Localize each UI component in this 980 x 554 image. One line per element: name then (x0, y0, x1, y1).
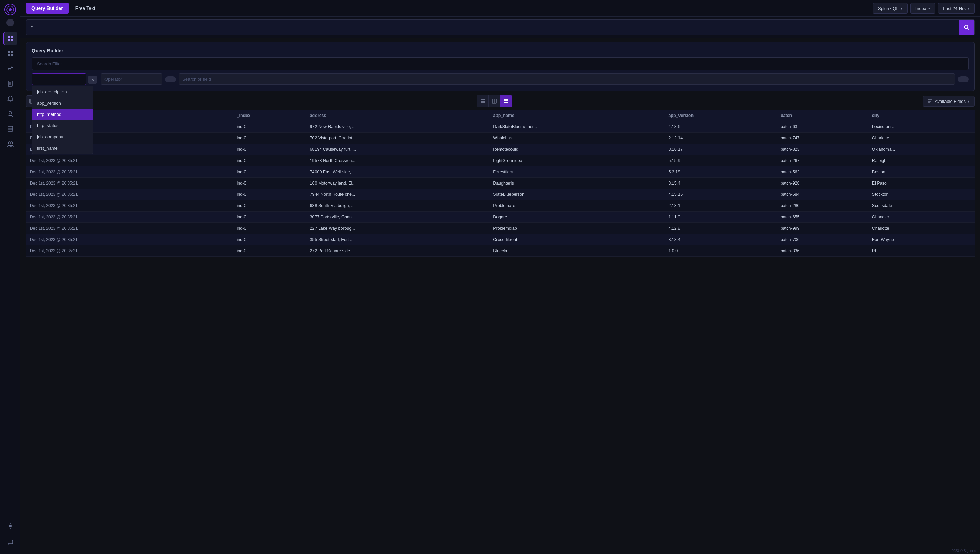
cell-value: 5.15.9 (664, 155, 776, 166)
filter-row: × job_description app_version http_metho… (32, 73, 969, 85)
svg-rect-3 (8, 36, 10, 38)
sidebar-item-dashboards[interactable] (3, 47, 17, 61)
cell-value: Problemclap (489, 223, 664, 234)
list-view-button[interactable] (477, 95, 488, 107)
svg-rect-41 (504, 102, 506, 103)
sidebar-item-ingestion[interactable] (3, 122, 17, 136)
cell-time: Dec 1st, 2023 @ 20:35:21 (26, 166, 233, 178)
cell-value: 1.11.9 (664, 212, 776, 223)
cell-value: SlateBlueperson (489, 189, 664, 200)
sidebar-item-search[interactable] (3, 32, 17, 45)
filter-clear-button[interactable]: × (88, 75, 97, 84)
table-row[interactable]: Dec 1st, 2023 @ 20:35:21ind-0702 Vista p… (26, 133, 975, 144)
cell-value: Remotecould (489, 144, 664, 155)
table-row[interactable]: Dec 1st, 2023 @ 20:35:21ind-0638 South V… (26, 200, 975, 212)
svg-rect-4 (11, 36, 13, 38)
table-row[interactable]: Dec 1st, 2023 @ 20:35:21ind-068194 Cause… (26, 144, 975, 155)
dropdown-item-job-description[interactable]: job_description (32, 86, 93, 97)
cell-value: 2.12.14 (664, 133, 776, 144)
cell-time: Dec 1st, 2023 @ 20:35:21 (26, 223, 233, 234)
cell-value: Forestfight (489, 166, 664, 178)
splunk-ql-button[interactable]: Splunk QL ▾ (873, 3, 908, 14)
svg-rect-26 (8, 540, 13, 544)
table-row[interactable]: Dec 1st, 2023 @ 20:35:21ind-0160 Motorwa… (26, 178, 975, 189)
cell-value: ind-0 (233, 133, 306, 144)
query-builder-tab[interactable]: Query Builder (26, 3, 68, 14)
available-fields-button[interactable]: Available Fields ▾ (923, 96, 975, 107)
free-text-tab[interactable]: Free Text (72, 3, 99, 14)
table-row[interactable]: Dec 1st, 2023 @ 20:35:21ind-019578 North… (26, 155, 975, 166)
svg-rect-42 (506, 102, 508, 103)
sidebar-item-chat[interactable] (3, 536, 17, 549)
cell-value: batch-280 (776, 200, 868, 212)
dropdown-item-first-name[interactable]: first_name (32, 142, 93, 154)
grid-view-button[interactable] (500, 95, 512, 107)
cell-value: 160 Motorway land, El... (306, 178, 489, 189)
cell-value: Problemare (489, 200, 664, 212)
cell-value: Pl... (868, 245, 975, 257)
operator-placeholder: Operator (101, 73, 162, 85)
time-range-button[interactable]: Last 24 Hrs ▾ (938, 3, 975, 14)
svg-rect-6 (11, 39, 13, 42)
sidebar-item-theme[interactable] (3, 519, 17, 533)
cell-value: ind-0 (233, 121, 306, 133)
sidebar-item-minions[interactable] (3, 107, 17, 121)
query-builder-title: Query Builder (32, 48, 969, 53)
table-row[interactable]: Dec 1st, 2023 @ 20:35:21ind-07944 North … (26, 189, 975, 200)
dropdown-item-app-version[interactable]: app_version (32, 97, 93, 109)
col-app-version: app_version (664, 110, 776, 121)
svg-rect-16 (8, 126, 13, 131)
filter-toggle-2[interactable] (958, 76, 969, 82)
cell-time: Dec 1st, 2023 @ 20:35:21 (26, 234, 233, 245)
dropdown-item-http-method[interactable]: http_method (32, 109, 93, 120)
table-row[interactable]: Dec 1st, 2023 @ 20:35:21ind-0272 Port Sq… (26, 245, 975, 257)
svg-point-21 (9, 525, 12, 527)
filter-toggle[interactable] (165, 76, 176, 82)
svg-point-2 (9, 8, 12, 11)
search-filter-input[interactable] (32, 57, 969, 70)
svg-line-28 (967, 28, 969, 30)
index-button[interactable]: Index ▾ (910, 3, 935, 14)
split-view-button[interactable] (488, 95, 500, 107)
query-builder-panel: Query Builder × job_description app_vers… (26, 42, 975, 91)
cell-value: batch-267 (776, 155, 868, 166)
cell-value: ind-0 (233, 234, 306, 245)
cell-value: ind-0 (233, 245, 306, 257)
logo (4, 3, 16, 17)
table-row[interactable]: Dec 1st, 2023 @ 20:35:21ind-074000 East … (26, 166, 975, 178)
cell-time: Dec 1st, 2023 @ 20:35:21 (26, 212, 233, 223)
sidebar-item-reports[interactable] (3, 77, 17, 91)
cell-value: 4.12.8 (664, 223, 776, 234)
filter-field-input[interactable] (32, 73, 86, 85)
cell-value: Lexington-... (868, 121, 975, 133)
cell-value: Chandler (868, 212, 975, 223)
main-content: Query Builder Free Text Splunk QL ▾ Inde… (21, 0, 980, 554)
cell-value: Charlotte (868, 223, 975, 234)
cell-value: ind-0 (233, 223, 306, 234)
index-label: Index (915, 6, 926, 11)
sidebar-item-alerts[interactable] (3, 92, 17, 105)
cell-value: batch-706 (776, 234, 868, 245)
svg-point-15 (9, 112, 12, 114)
cell-value: ind-0 (233, 166, 306, 178)
table-row[interactable]: Dec 1st, 2023 @ 20:35:21ind-0355 Street … (26, 234, 975, 245)
cell-value: 227 Lake Way boroug... (306, 223, 489, 234)
sidebar-toggle[interactable]: › (6, 19, 14, 26)
table-row[interactable]: Dec 1st, 2023 @ 20:35:21ind-03077 Ports … (26, 212, 975, 223)
cell-value: Whalehas (489, 133, 664, 144)
time-range-label: Last 24 Hrs (943, 6, 966, 11)
search-icon[interactable] (959, 20, 974, 35)
table-row[interactable]: Dec 1st, 2023 @ 20:35:21ind-0972 New Rap… (26, 121, 975, 133)
cell-value: 638 South Via burgh, ... (306, 200, 489, 212)
dropdown-item-job-company[interactable]: job_company (32, 131, 93, 142)
available-fields-caret-icon: ▾ (968, 99, 969, 103)
cell-value: 74000 East Well side, ... (306, 166, 489, 178)
table-row[interactable]: Dec 1st, 2023 @ 20:35:21ind-0227 Lake Wa… (26, 223, 975, 234)
cell-value: Stockton (868, 189, 975, 200)
cell-value: ind-0 (233, 200, 306, 212)
sidebar-item-teams[interactable] (3, 137, 17, 151)
dropdown-item-http-status[interactable]: http_status (32, 120, 93, 131)
sidebar-item-analytics[interactable] (3, 62, 17, 75)
svg-rect-5 (8, 39, 10, 42)
search-input[interactable] (26, 21, 959, 34)
